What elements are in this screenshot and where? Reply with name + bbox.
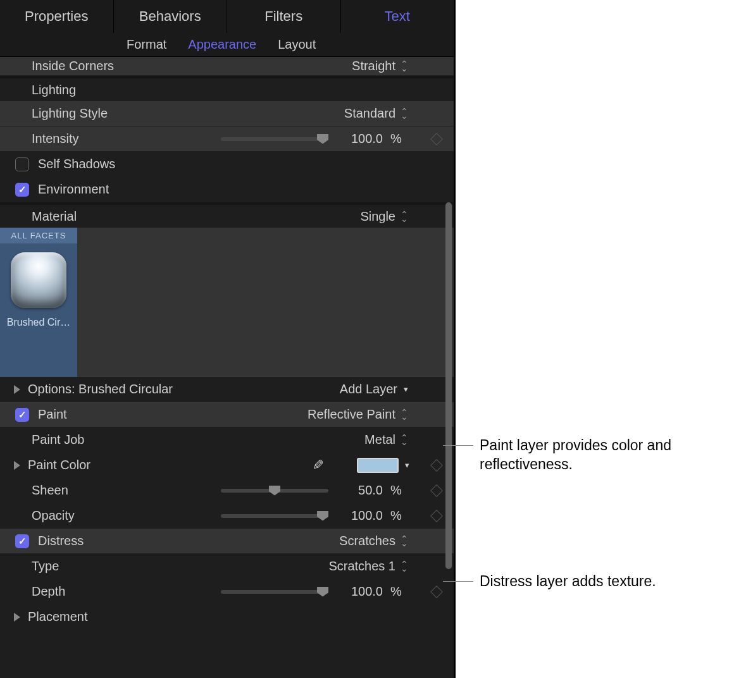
row-lighting-style: Lighting Style Standard: [0, 101, 454, 126]
checkbox-paint[interactable]: ✓: [15, 408, 29, 422]
popup-paint-job[interactable]: Metal: [364, 433, 395, 447]
row-depth: Depth 100.0 %: [0, 579, 454, 605]
disclosure-triangle-icon[interactable]: [14, 461, 20, 470]
row-paint: ✓ Paint Reflective Paint: [0, 402, 454, 427]
label-intensity: Intensity: [32, 132, 158, 146]
eyedropper-icon[interactable]: ✎: [313, 457, 324, 474]
row-intensity: Intensity 100.0 %: [0, 126, 454, 152]
subtab-appearance[interactable]: Appearance: [188, 37, 256, 52]
popup-inside-corners[interactable]: Straight: [352, 59, 395, 73]
scrollbar[interactable]: [445, 202, 452, 569]
stepper-icon[interactable]: [401, 410, 408, 419]
label-self-shadows: Self Shadows: [38, 157, 115, 171]
unit-depth: %: [390, 584, 409, 599]
tab-properties[interactable]: Properties: [0, 0, 114, 33]
row-sheen: Sheen 50.0 %: [0, 478, 454, 503]
label-material: Material: [32, 209, 158, 224]
label-distress-type: Type: [32, 559, 158, 574]
label-environment: Environment: [38, 182, 109, 197]
material-thumbnail[interactable]: [11, 252, 66, 308]
popup-lighting-style[interactable]: Standard: [344, 106, 395, 121]
label-placement: Placement: [28, 610, 88, 624]
stepper-icon[interactable]: [401, 435, 408, 445]
checkbox-environment[interactable]: ✓: [15, 183, 29, 197]
row-paint-color: Paint Color ✎ ▾: [0, 453, 454, 478]
label-sheen: Sheen: [32, 483, 158, 498]
subtab-format[interactable]: Format: [127, 37, 166, 52]
label-paint-color: Paint Color: [28, 458, 146, 472]
main-tabs: Properties Behaviors Filters Text: [0, 0, 454, 33]
tab-filters[interactable]: Filters: [227, 0, 341, 33]
row-placement: Placement: [0, 605, 454, 630]
popup-paint[interactable]: Reflective Paint: [308, 407, 395, 422]
callout-distress-text: Distress layer adds texture.: [480, 572, 656, 591]
material-swatch[interactable]: ALL FACETS Brushed Cir…: [0, 228, 77, 377]
tab-behaviors[interactable]: Behaviors: [114, 0, 228, 33]
row-self-shadows: Self Shadows: [0, 152, 454, 177]
tab-text[interactable]: Text: [341, 0, 454, 33]
material-swatch-area: ALL FACETS Brushed Cir…: [0, 228, 454, 377]
label-distress: Distress: [38, 534, 148, 548]
stepper-icon[interactable]: [401, 109, 408, 118]
slider-sheen[interactable]: [221, 489, 328, 493]
checkbox-distress[interactable]: ✓: [15, 534, 29, 548]
keyframe-diamond[interactable]: [430, 586, 443, 598]
row-distress: ✓ Distress Scratches: [0, 529, 454, 554]
label-depth: Depth: [32, 584, 158, 599]
unit-sheen: %: [390, 483, 409, 498]
chevron-down-icon[interactable]: ▾: [405, 460, 409, 470]
stepper-icon[interactable]: [401, 212, 408, 221]
keyframe-diamond[interactable]: [430, 133, 443, 145]
sub-tabs: Format Appearance Layout: [0, 33, 454, 57]
disclosure-triangle-icon[interactable]: [14, 385, 20, 394]
disclosure-triangle-icon[interactable]: [14, 613, 20, 622]
subtab-layout[interactable]: Layout: [278, 37, 316, 52]
stepper-icon[interactable]: [401, 562, 408, 571]
unit-opacity: %: [390, 508, 409, 523]
slider-depth[interactable]: [221, 590, 328, 594]
value-intensity[interactable]: 100.0: [339, 132, 383, 146]
unit-intensity: %: [390, 132, 409, 146]
row-environment: ✓ Environment: [0, 177, 454, 202]
facets-label: ALL FACETS: [0, 228, 77, 243]
keyframe-diamond[interactable]: [430, 510, 443, 522]
chevron-down-icon[interactable]: ▾: [404, 384, 408, 394]
callout-paint-text: Paint layer provides color and reflectiv…: [480, 436, 707, 474]
value-depth[interactable]: 100.0: [339, 584, 383, 599]
value-opacity[interactable]: 100.0: [339, 508, 383, 523]
popup-material[interactable]: Single: [360, 209, 395, 224]
row-opacity: Opacity 100.0 %: [0, 503, 454, 529]
callout-paint: Paint layer provides color and reflectiv…: [443, 436, 707, 474]
row-options: Options: Brushed Circular Add Layer ▾: [0, 377, 454, 402]
row-material: Material Single: [0, 202, 454, 228]
keyframe-diamond[interactable]: [430, 484, 443, 497]
stepper-icon[interactable]: [401, 61, 408, 71]
section-lighting: Lighting: [0, 76, 454, 101]
label-inside-corners: Inside Corners: [32, 59, 158, 73]
add-layer-button[interactable]: Add Layer: [340, 382, 397, 396]
row-inside-corners: Inside Corners Straight: [0, 57, 454, 76]
value-inside-corners[interactable]: Straight: [158, 59, 408, 73]
color-well[interactable]: [357, 458, 399, 473]
rows-container: Inside Corners Straight Lighting Lightin…: [0, 57, 454, 678]
label-paint-job: Paint Job: [32, 433, 158, 447]
keyframe-diamond[interactable]: [430, 459, 443, 472]
inspector-panel: Properties Behaviors Filters Text Format…: [0, 0, 456, 678]
label-lighting-style: Lighting Style: [32, 106, 158, 121]
stepper-icon[interactable]: [401, 536, 408, 546]
popup-distress[interactable]: Scratches: [339, 534, 395, 548]
slider-opacity[interactable]: [221, 514, 328, 518]
row-distress-type: Type Scratches 1: [0, 554, 454, 579]
label-opacity: Opacity: [32, 508, 158, 523]
material-name: Brushed Cir…: [7, 317, 70, 328]
popup-distress-type[interactable]: Scratches 1: [328, 559, 395, 574]
checkbox-self-shadows[interactable]: [15, 157, 29, 171]
row-paint-job: Paint Job Metal: [0, 427, 454, 453]
callout-distress: Distress layer adds texture.: [443, 572, 656, 591]
value-sheen[interactable]: 50.0: [339, 483, 383, 498]
label-paint: Paint: [38, 407, 148, 422]
label-options: Options: Brushed Circular: [28, 382, 192, 396]
slider-intensity[interactable]: [221, 137, 328, 141]
